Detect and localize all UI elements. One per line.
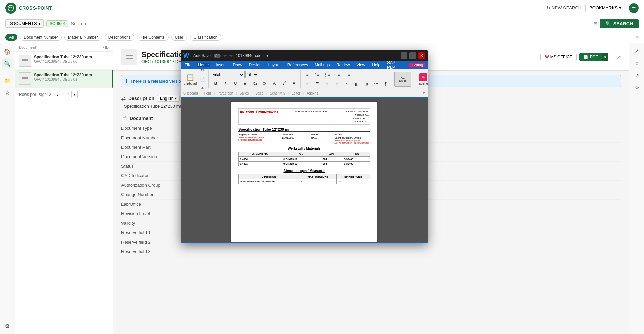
filter-tab-document-number[interactable]: Document Number	[20, 34, 62, 41]
word-maximize-button[interactable]: □	[409, 52, 416, 59]
word-menu-file[interactable]: File	[183, 63, 193, 67]
line-spacing-button[interactable]: ↕	[342, 80, 351, 88]
menu-icon[interactable]: ≡	[636, 34, 639, 40]
highlight-button[interactable]: 🖍	[280, 79, 289, 88]
bold-button[interactable]: B	[211, 79, 220, 88]
align-left-button[interactable]: ≡	[303, 80, 312, 88]
star-icon-btn[interactable]: ☆	[2, 87, 13, 98]
settings-icon-btn-right[interactable]: ⚙	[632, 83, 642, 92]
doc-item-0[interactable]: Specification Tube 12*230 mm OFC / 10139…	[15, 52, 113, 70]
search-icon-btn[interactable]: 🔍	[2, 58, 13, 69]
word-editing-badge[interactable]: Editing	[409, 63, 425, 67]
multilevel-list-button[interactable]: ⋮≡	[322, 70, 332, 79]
borders-button[interactable]: ⊞	[361, 80, 371, 88]
settings-icon-btn[interactable]: ⚙	[2, 320, 13, 331]
filter-tab-material-number[interactable]: Material Number	[64, 34, 102, 41]
pdf-button[interactable]: 📄 PDF	[579, 53, 602, 61]
font-select[interactable]: Arial	[211, 71, 245, 78]
filter-tab-classification[interactable]: Classification	[190, 34, 221, 41]
autosave-toggle[interactable]: Off	[214, 54, 221, 58]
filter-tab-descriptions[interactable]: Descriptions	[105, 34, 134, 41]
filter-tab-user[interactable]: User	[171, 34, 187, 41]
word-menu-sap-plm[interactable]: SAP PLM	[386, 60, 405, 70]
zoom-in-icon[interactable]: +	[414, 243, 416, 244]
word-menu-review[interactable]: Review	[335, 63, 351, 67]
next-page-button[interactable]: ›	[71, 91, 77, 98]
prev-page-button[interactable]: ‹	[54, 91, 60, 98]
increase-indent-button[interactable]: →≡	[342, 70, 351, 79]
show-formatting-button[interactable]: ¶	[381, 80, 391, 88]
share-icon[interactable]: ↗	[617, 54, 621, 60]
word-menu-home[interactable]: Home	[197, 63, 210, 67]
redo-icon[interactable]: ↪	[229, 53, 233, 58]
position-label: Position	[334, 133, 370, 136]
folder-icon-btn[interactable]: 📁	[2, 75, 13, 86]
search-button[interactable]: 🔍 SEARCH	[600, 19, 639, 28]
word-menu-design[interactable]: Design	[247, 63, 263, 67]
word-minimize-button[interactable]: –	[401, 52, 407, 59]
word-close-button[interactable]: ✕	[418, 52, 425, 59]
right-panel: ↗ ☆ ↗ ⚙	[629, 43, 644, 334]
doc-item-1[interactable]: Specification Tube 12*230 mm OFC / 10139…	[15, 70, 113, 88]
copy-button[interactable]: 📄	[198, 75, 207, 84]
superscript-button[interactable]: x²	[260, 79, 269, 88]
word-menu-help[interactable]: Help	[371, 63, 382, 67]
released-label: Freigegeben/Released	[238, 139, 265, 141]
external-link-icon-btn[interactable]: ↗	[632, 70, 642, 80]
documents-dropdown[interactable]: DOCUMENTS ▾	[5, 19, 44, 28]
font-size-select[interactable]: 16	[245, 71, 259, 78]
decrease-indent-button[interactable]: ←≡	[332, 70, 341, 79]
format-painter-button[interactable]: 🖌	[198, 84, 207, 90]
language-button[interactable]: English ▾	[157, 95, 180, 102]
filter-tab-all[interactable]: All	[5, 34, 17, 41]
word-menu-insert[interactable]: Insert	[214, 63, 227, 67]
share-icon-btn[interactable]: ↗	[632, 46, 642, 56]
clipboard-label: Clipboard	[183, 91, 198, 95]
bookmark-icon-btn[interactable]: ☆	[632, 58, 642, 68]
undo-icon[interactable]: ↩	[223, 53, 227, 58]
filter-icon[interactable]: ⊟	[594, 21, 597, 26]
add-button[interactable]: +	[629, 3, 639, 13]
paste-button[interactable]: 📋 Clipboard	[183, 73, 197, 85]
numbering-button[interactable]: 1≡	[312, 70, 322, 79]
chevron-down-icon[interactable]: ▾	[266, 53, 268, 58]
word-menu-draw[interactable]: Draw	[231, 63, 243, 67]
sort-button[interactable]: ↕A	[371, 80, 381, 88]
editing-button[interactable]: ✏ Editing	[415, 72, 428, 87]
align-center-button[interactable]: ☰	[312, 80, 322, 88]
word-menu-references[interactable]: References	[286, 63, 309, 67]
align-right-button[interactable]: ≡	[322, 80, 332, 88]
page-indicator: Page 1 of 1	[183, 243, 201, 244]
zoom-control[interactable]: – + 80 %	[389, 243, 425, 244]
home-icon-btn[interactable]: 🏠	[2, 46, 13, 57]
pdf-dropdown-button[interactable]: ▾	[602, 53, 608, 61]
word-menu-layout[interactable]: Layout	[267, 63, 282, 67]
filter-tab-file-contents[interactable]: File Contents	[137, 34, 169, 41]
strikethrough-button[interactable]: S	[240, 79, 250, 88]
font-color-button[interactable]: A	[289, 79, 299, 88]
zoom-out-icon[interactable]: –	[389, 243, 391, 244]
chevron-down-icon[interactable]: ▾	[423, 91, 425, 96]
field-reserve-field-3: Reserve field 3	[121, 247, 621, 256]
view-icon[interactable]: 📄	[382, 243, 386, 244]
subscript-button[interactable]: x₂	[250, 79, 260, 88]
header-document: Document	[19, 45, 36, 49]
focus-label[interactable]: Focus	[371, 243, 380, 244]
doc-title-0: Specification Tube 12*230 mm	[34, 55, 109, 59]
bookmarks-button[interactable]: BOOKMARKS ▾	[585, 4, 625, 12]
word-menu-view[interactable]: View	[355, 63, 367, 67]
search-input[interactable]	[71, 21, 591, 26]
text-effects-button[interactable]: A	[270, 79, 279, 88]
styles-button[interactable]: Aa Styles	[394, 72, 411, 87]
word-menu-mailings[interactable]: Mailings	[313, 63, 331, 67]
justify-button[interactable]: ≡	[332, 80, 341, 88]
italic-button[interactable]: I	[221, 79, 230, 88]
separator-1: |	[201, 91, 202, 95]
new-search-button[interactable]: ↻ NEW SEARCH	[547, 5, 581, 11]
bullets-button[interactable]: ≡	[303, 70, 312, 79]
shading-button[interactable]: ◧	[352, 80, 361, 88]
field-label-reserve-field-2: Reserve field 2	[121, 239, 189, 245]
underline-button[interactable]: U	[230, 79, 240, 88]
cut-button[interactable]: ✂	[198, 69, 207, 75]
ms-office-button[interactable]: W MS OFFICE	[540, 53, 577, 61]
